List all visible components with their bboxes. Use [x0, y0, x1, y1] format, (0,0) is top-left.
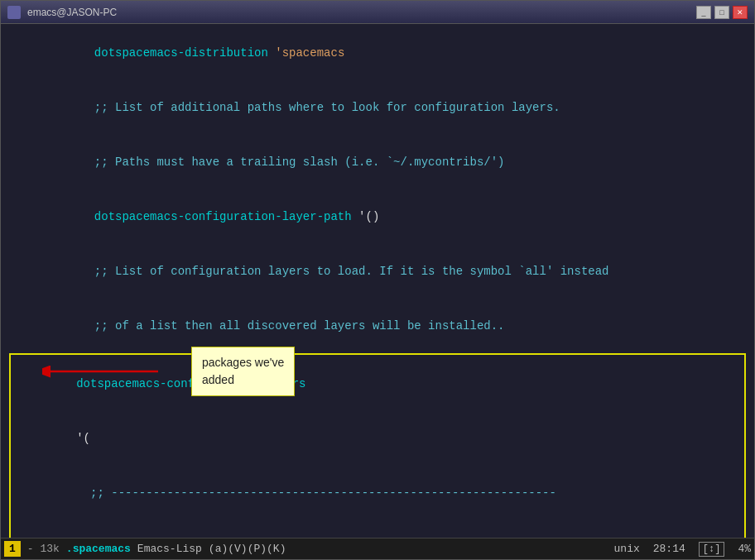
status-mode: Emacs-Lisp — [137, 543, 202, 555]
hl-line-3: ;; -------------------------------------… — [21, 466, 744, 520]
app-icon — [7, 6, 21, 19]
status-position: 28:14 — [653, 543, 685, 555]
status-filesize: - 13k — [27, 543, 60, 555]
code-line-6: ;; of a list then all discovered layers … — [11, 299, 754, 353]
status-bar: 1 - 13k .spacemacs Emacs-Lisp (a)(V)(P)(… — [1, 538, 754, 559]
code-line-5: ;; List of configuration layers to load.… — [11, 244, 754, 299]
highlight-region: dotspacemacs-configuration-layers '( ;; … — [9, 353, 746, 538]
code-line-3: ;; Paths must have a trailing slash (i.e… — [11, 135, 754, 189]
editor-area: dotspacemacs-distribution 'spacemacs ;; … — [1, 24, 754, 538]
status-percent: 4% — [738, 543, 751, 555]
status-bracket: [↕] — [699, 542, 725, 557]
maximize-button[interactable]: □ — [714, 6, 729, 19]
window-controls: _ □ ✕ — [696, 6, 748, 19]
code-line-1: dotspacemacs-distribution 'spacemacs — [11, 26, 754, 80]
title-bar: emacs@JASON-PC _ □ ✕ — [1, 1, 754, 24]
code-line-2: ;; List of additional paths where to loo… — [11, 80, 754, 135]
status-encoding: (a)(V)(P)(K) — [209, 543, 286, 555]
code-line-4: dotspacemacs-configuration-layer-path '(… — [11, 189, 754, 244]
window: emacs@JASON-PC _ □ ✕ dotspacemacs-distri… — [0, 0, 755, 560]
minimize-button[interactable]: _ — [696, 6, 711, 19]
hl-line-1: dotspacemacs-configuration-layers — [21, 357, 744, 411]
status-filename: .spacemacs — [66, 543, 131, 555]
close-button[interactable]: ✕ — [733, 6, 748, 19]
status-lineend: unix — [614, 543, 640, 555]
status-number: 1 — [4, 541, 21, 557]
status-right: unix 28:14 [↕] 4% — [614, 542, 751, 557]
window-title: emacs@JASON-PC — [27, 7, 696, 18]
code-above-region: dotspacemacs-distribution 'spacemacs ;; … — [1, 24, 754, 353]
hl-line-2: '( — [21, 411, 744, 466]
hl-line-4: ;; Example of useful layers you may want… — [21, 520, 744, 538]
